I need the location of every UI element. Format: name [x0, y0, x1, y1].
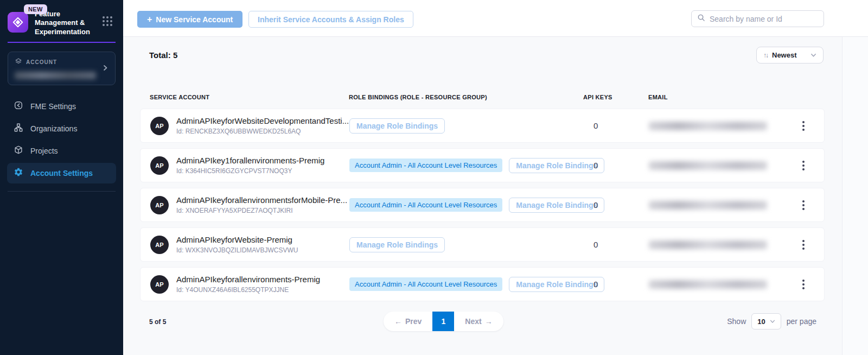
row-menu-kebab-icon[interactable] — [800, 238, 807, 252]
current-page-button[interactable]: 1 — [432, 312, 454, 331]
table-row: AP AdminAPIkeyforallenvironments-Premig … — [140, 267, 825, 301]
table-row: AP AdminAPIkeyforallenvironmentsforMobil… — [140, 188, 825, 222]
table-row: AP AdminAPIkeyforWebsiteDevelopmentandTe… — [140, 109, 825, 143]
sidebar-item-label: Organizations — [30, 124, 77, 133]
main-content: + New Service Account Inherit Service Ac… — [123, 0, 868, 355]
pager: ← Prev 1 Next → — [384, 312, 503, 331]
service-account-id: Id: Y4OUNXZ46A6IBL6255QTPXJJNE — [176, 286, 320, 294]
email-cell — [649, 161, 790, 170]
action-toolbar: + New Service Account Inherit Service Ac… — [123, 0, 868, 37]
brand-header: NEW Feature Management & Experimentation — [0, 0, 123, 36]
service-account-name: AdminAPIkeyforallenvironmentsforMobile-P… — [176, 195, 347, 205]
next-page-button[interactable]: Next → — [454, 312, 503, 331]
sidebar-item-fme-settings[interactable]: FME Settings — [7, 96, 116, 117]
service-account-cell: AP AdminAPIkeyforWebsite-Premig Id: WXK3… — [150, 235, 349, 254]
api-keys-count: 0 — [584, 280, 649, 289]
service-account-cell: AP AdminAPIkeyforallenvironmentsforMobil… — [150, 195, 349, 214]
email-cell — [649, 280, 790, 289]
role-bindings-cell: Account Admin - All Account Level Resour… — [349, 277, 584, 292]
chevron-right-icon — [102, 64, 108, 73]
role-bindings-cell: Account Admin - All Account Level Resour… — [349, 198, 584, 213]
app-grid-icon[interactable] — [103, 16, 112, 26]
chevron-down-icon — [810, 50, 816, 60]
table-header-row: SERVICE ACCOUNT ROLE BINDINGS (ROLE - RE… — [140, 91, 825, 103]
sort-arrows-icon: ↑↓ — [763, 52, 768, 59]
search-box — [691, 10, 824, 27]
page-size-value: 10 — [757, 318, 765, 326]
account-label: ACCOUNT — [26, 59, 57, 65]
sidebar-item-account-settings[interactable]: Account Settings — [7, 163, 116, 183]
email-redacted — [649, 161, 767, 170]
role-chip: Account Admin - All Account Level Resour… — [349, 159, 502, 172]
email-cell — [649, 122, 790, 130]
plus-icon: + — [147, 15, 152, 24]
organizations-icon — [14, 123, 23, 134]
layers-icon — [15, 58, 22, 67]
account-selector[interactable]: ACCOUNT — [8, 52, 116, 85]
email-cell — [649, 240, 790, 249]
inherit-service-accounts-button[interactable]: Inherit Service Accounts & Assign Roles — [248, 11, 413, 28]
row-menu-kebab-icon[interactable] — [800, 159, 807, 173]
role-chip: Account Admin - All Account Level Resour… — [349, 277, 502, 291]
email-cell — [649, 201, 790, 210]
row-menu-kebab-icon[interactable] — [800, 277, 807, 291]
page-size-group: Show 10 per page — [727, 313, 816, 329]
brand-underline — [8, 42, 116, 43]
api-keys-count: 0 — [584, 240, 649, 249]
search-icon — [697, 14, 705, 24]
api-keys-count: 0 — [584, 200, 649, 210]
page-size-dropdown[interactable]: 10 — [751, 313, 781, 329]
sort-value: Newest — [772, 51, 806, 59]
sidebar: NEW Feature Management & Experimentation… — [0, 0, 123, 355]
sidebar-item-label: Projects — [30, 147, 58, 155]
api-keys-count: 0 — [584, 121, 649, 130]
show-label: Show — [727, 317, 746, 326]
service-account-name: AdminAPIkeyforWebsiteDevelopmentandTesti… — [176, 116, 349, 125]
service-account-cell: AP AdminAPIkey1forallenvironments-Premig… — [150, 156, 349, 175]
avatar: AP — [150, 156, 169, 175]
manage-role-bindings-button[interactable]: Manage Role Bindings — [349, 237, 445, 252]
sidebar-item-projects[interactable]: Projects — [7, 141, 116, 161]
role-bindings-cell: Account Admin - All Account Level Resour… — [349, 158, 584, 173]
search-input[interactable] — [710, 15, 818, 23]
row-menu-kebab-icon[interactable] — [800, 198, 807, 212]
chevron-down-icon — [770, 317, 775, 326]
sort-dropdown[interactable]: ↑↓ Newest — [756, 47, 824, 64]
manage-role-bindings-button[interactable]: Manage Role Bindings — [349, 118, 445, 134]
per-page-label: per page — [787, 317, 816, 326]
service-account-cell: AP AdminAPIkeyforallenvironments-Premig … — [150, 275, 349, 294]
column-header-api-keys: API KEYS — [583, 94, 648, 100]
arrow-right-icon: → — [485, 317, 493, 326]
role-bindings-cell: Account Admin - All Account Level Resour… — [349, 237, 584, 252]
email-redacted — [649, 201, 767, 210]
scroll-gutter — [842, 37, 868, 355]
service-account-name: AdminAPIkey1forallenvironments-Premig — [176, 156, 324, 165]
arrow-left-icon: ← — [394, 317, 402, 326]
account-name-redacted — [15, 72, 96, 79]
table-body: AP AdminAPIkeyforWebsiteDevelopmentandTe… — [140, 109, 825, 301]
gear-icon — [14, 167, 23, 179]
sidebar-item-organizations[interactable]: Organizations — [7, 118, 116, 139]
avatar: AP — [150, 275, 169, 294]
avatar: AP — [150, 117, 169, 135]
prev-page-button[interactable]: ← Prev — [384, 312, 432, 331]
service-account-name: AdminAPIkeyforWebsite-Premig — [176, 235, 298, 244]
list-toolbar: Total: 5 ↑↓ Newest — [149, 47, 824, 64]
sidebar-item-label: FME Settings — [30, 102, 76, 111]
projects-icon — [14, 145, 23, 156]
avatar: AP — [150, 236, 169, 254]
column-header-role-bindings: ROLE BINDINGS (ROLE - RESOURCE GROUP) — [349, 94, 583, 100]
service-account-name: AdminAPIkeyforallenvironments-Premig — [176, 275, 320, 284]
email-redacted — [649, 122, 767, 130]
role-chip: Account Admin - All Account Level Resour… — [349, 198, 502, 212]
table-row: AP AdminAPIkey1forallenvironments-Premig… — [140, 148, 825, 182]
row-menu-kebab-icon[interactable] — [800, 119, 807, 133]
service-account-id: Id: WXK3NVOJBQZILIDMAVBJWCSVWU — [176, 246, 298, 254]
sidebar-item-label: Account Settings — [30, 169, 93, 178]
fme-logo-icon — [8, 12, 28, 33]
table-row: AP AdminAPIkeyforWebsite-Premig Id: WXK3… — [140, 227, 825, 262]
avatar: AP — [150, 196, 169, 214]
new-service-account-button[interactable]: + New Service Account — [137, 11, 242, 28]
service-account-id: Id: K364HIC5RI6GZGYCPVST7NOQ3Y — [176, 167, 324, 175]
new-badge: NEW — [24, 4, 47, 14]
